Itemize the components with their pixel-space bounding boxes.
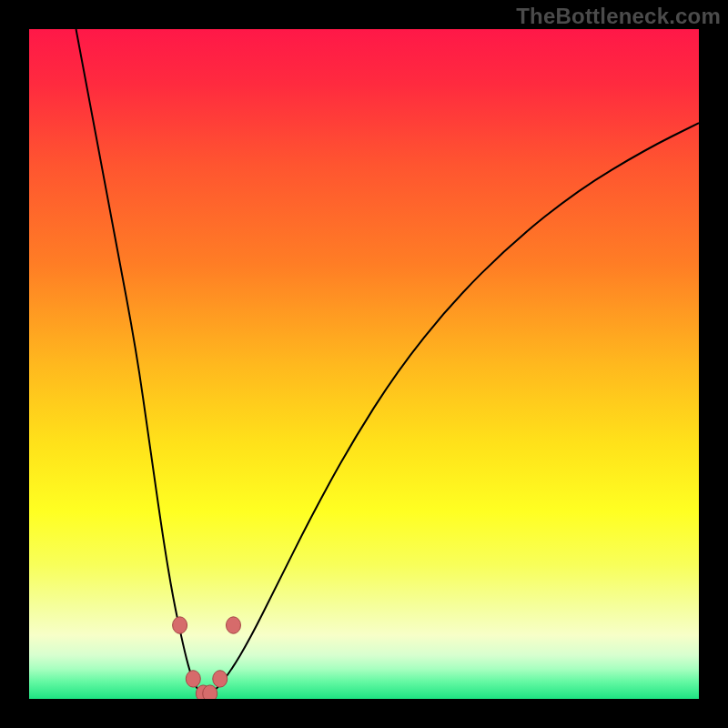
plot-area [29, 29, 699, 699]
bottleneck-chart [29, 29, 699, 699]
marker-dot [226, 617, 240, 633]
marker-dot [173, 617, 187, 633]
gradient-background [29, 29, 699, 699]
watermark-text: TheBottleneck.com [516, 4, 721, 29]
chart-frame: TheBottleneck.com [0, 0, 728, 728]
marker-dot [186, 671, 200, 687]
marker-dot [203, 685, 217, 699]
marker-dot [213, 671, 228, 687]
